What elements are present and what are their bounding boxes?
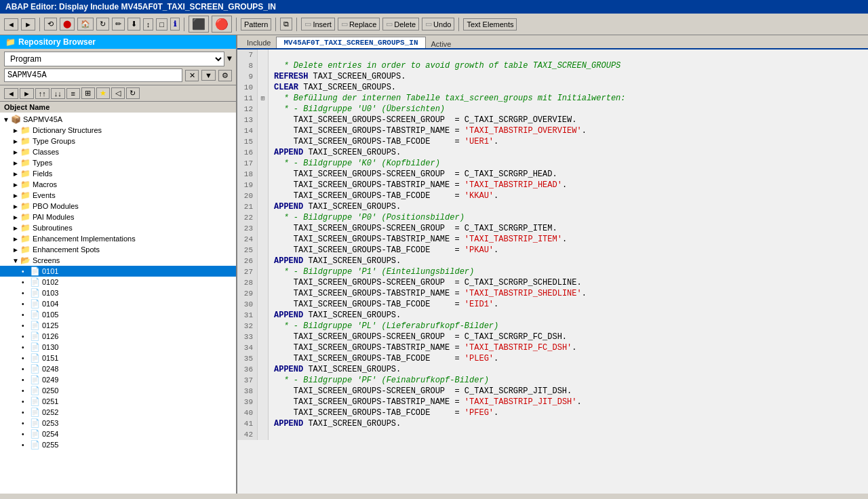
tree-expand-subroutines[interactable]: ► — [12, 224, 20, 232]
tree-item-screens[interactable]: ▼📂Screens — [0, 255, 236, 266]
code-line-24[interactable]: 24 TAXI_SCREEN_GROUPS-TABSTRIP_NAME = 'T… — [237, 234, 868, 245]
tree-expand-types[interactable]: ► — [12, 159, 20, 167]
tree-item-0254[interactable]: •📄0254 — [0, 428, 236, 439]
expand-col-11[interactable]: ⊞ — [258, 93, 269, 104]
nav-dn-button[interactable]: ↓↓ — [51, 88, 65, 99]
tree-expand-sapmv45a[interactable]: ▼ — [3, 116, 11, 123]
tree-item-0130[interactable]: •📄0130 — [0, 342, 236, 353]
tree-item-0126[interactable]: •📄0126 — [0, 331, 236, 342]
code-line-23[interactable]: 23 TAXI_SCREEN_GROUPS-SCREEN_GROUP = C_T… — [237, 223, 868, 234]
tree-item-events[interactable]: ►📁Events — [0, 190, 236, 201]
program-name-input[interactable] — [4, 68, 182, 82]
tree-item-0102[interactable]: •📄0102 — [0, 277, 236, 287]
tree-expand-0126[interactable]: • — [22, 333, 30, 340]
tree-item-enhancement-spots[interactable]: ►📁Enhancement Spots — [0, 244, 236, 255]
tree-expand-0248[interactable]: • — [22, 365, 30, 373]
tree-item-0125[interactable]: •📄0125 — [0, 320, 236, 331]
tree-item-0255[interactable]: •📄0255 — [0, 439, 236, 450]
code-line-13[interactable]: 13 TAXI_SCREEN_GROUPS-SCREEN_GROUP = C_T… — [237, 115, 868, 125]
code-line-36[interactable]: 36 APPEND TAXI_SCREEN_GROUPS. — [237, 364, 868, 375]
tree-item-dict-structures[interactable]: ►📁Dictionary Structures — [0, 125, 236, 136]
tree-item-pbo-modules[interactable]: ►📁PBO Modules — [0, 201, 236, 212]
tree-item-type-groups[interactable]: ►📁Type Groups — [0, 136, 236, 146]
code-line-26[interactable]: 26 APPEND TAXI_SCREEN_GROUPS. — [237, 256, 868, 266]
nav-btn-8[interactable]: □ — [156, 18, 167, 31]
tree-item-fields[interactable]: ►📁Fields — [0, 168, 236, 179]
tree-expand-0125[interactable]: • — [22, 322, 30, 330]
code-line-11[interactable]: 11⊞ * Befüllung der internen Tabelle tax… — [237, 93, 868, 104]
code-line-7[interactable]: 7 — [237, 49, 868, 60]
code-line-32[interactable]: 32 * - Bildgruppe 'PL' (Lieferabrufkopf-… — [237, 321, 868, 332]
tree-item-0253[interactable]: •📄0253 — [0, 418, 236, 428]
code-line-25[interactable]: 25 TAXI_SCREEN_GROUPS-TAB_FCODE = 'PKAU'… — [237, 245, 868, 256]
nav-btn-3[interactable]: 🏠 — [77, 18, 94, 31]
nav-btn-4[interactable]: ↻ — [96, 18, 109, 31]
tree-expand-pbo-modules[interactable]: ► — [12, 203, 20, 210]
code-line-39[interactable]: 39 TAXI_SCREEN_GROUPS-TABSTRIP_NAME = 'T… — [237, 397, 868, 407]
code-line-35[interactable]: 35 TAXI_SCREEN_GROUPS-TAB_FCODE = 'PLEG'… — [237, 353, 868, 364]
tree-expand-0105[interactable]: • — [22, 311, 30, 319]
tab-file-name[interactable]: MV45AF0T_TAXI_SCREEN_GROUPS_IN — [276, 37, 425, 48]
tree-item-0101[interactable]: •📄0101 — [0, 266, 236, 277]
config-button[interactable]: ⚙ — [218, 70, 232, 81]
code-line-37[interactable]: 37 * - Bildgruppe 'PF' (Feinabrufkopf-Bi… — [237, 375, 868, 386]
tree-item-sapmv45a[interactable]: ▼📦SAPMV45A — [0, 114, 236, 125]
tree-expand-pai-modules[interactable]: ► — [12, 214, 20, 221]
text-elements-button[interactable]: Text Elements — [463, 18, 517, 31]
stop2-button[interactable]: 🔴 — [212, 16, 232, 33]
tree-expand-0130[interactable]: • — [22, 344, 30, 351]
code-line-12[interactable]: 12 * - Bildgruppe 'U0' (Übersichten) — [237, 104, 868, 115]
code-line-14[interactable]: 14 TAXI_SCREEN_GROUPS-TABSTRIP_NAME = 'T… — [237, 125, 868, 136]
tree-item-macros[interactable]: ►📁Macros — [0, 179, 236, 190]
tree-item-0248[interactable]: •📄0248 — [0, 363, 236, 374]
code-area[interactable]: 78 * Delete entries in order to avoid gr… — [237, 49, 868, 494]
replace-button[interactable]: ▭ Replace — [338, 18, 380, 31]
code-line-19[interactable]: 19 TAXI_SCREEN_GROUPS-TABSTRIP_NAME = 'T… — [237, 180, 868, 191]
pattern-button[interactable]: Pattern — [241, 18, 271, 31]
tree-expand-macros[interactable]: ► — [12, 181, 20, 188]
clear-input-button[interactable]: ✕ — [185, 70, 199, 81]
code-line-8[interactable]: 8 * Delete entries in order to avoid gro… — [237, 60, 868, 71]
tree-expand-0252[interactable]: • — [22, 409, 30, 416]
tree-expand-0255[interactable]: • — [22, 441, 30, 449]
tree-expand-enhancement-spots[interactable]: ► — [12, 246, 20, 254]
program-type-select[interactable]: Program — [4, 52, 224, 66]
code-line-22[interactable]: 22 * - Bildgruppe 'P0' (Positionsbilder) — [237, 212, 868, 223]
tree-item-classes[interactable]: ►📁Classes — [0, 146, 236, 157]
tree-item-0251[interactable]: •📄0251 — [0, 396, 236, 407]
tree-expand-dict-structures[interactable]: ► — [12, 127, 20, 134]
tree-expand-type-groups[interactable]: ► — [12, 138, 20, 145]
code-line-31[interactable]: 31 APPEND TAXI_SCREEN_GROUPS. — [237, 310, 868, 321]
tree-expand-0254[interactable]: • — [22, 431, 30, 438]
undo-button[interactable]: ▭ Undo — [422, 18, 454, 31]
code-line-15[interactable]: 15 TAXI_SCREEN_GROUPS-TAB_FCODE = 'UER1'… — [237, 136, 868, 147]
insert-button[interactable]: ▭ Insert — [301, 18, 335, 31]
tree-item-enhancement-impl[interactable]: ►📁Enhancement Implementations — [0, 233, 236, 244]
tree-expand-0249[interactable]: • — [22, 376, 30, 384]
tree-expand-screens[interactable]: ▼ — [12, 257, 20, 264]
nav-prev-button[interactable]: ◁ — [111, 87, 125, 99]
code-line-29[interactable]: 29 TAXI_SCREEN_GROUPS-TABSTRIP_NAME = 'T… — [237, 288, 868, 299]
tree-item-types[interactable]: ►📁Types — [0, 157, 236, 168]
tree-item-0252[interactable]: •📄0252 — [0, 407, 236, 418]
back-button[interactable]: ◄ — [4, 18, 18, 31]
tree-container[interactable]: ▼📦SAPMV45A►📁Dictionary Structures►📁Type … — [0, 113, 236, 494]
nav-back-button[interactable]: ◄ — [4, 88, 18, 99]
nav-btn-5[interactable]: ✏ — [112, 18, 125, 31]
code-line-41[interactable]: 41 APPEND TAXI_SCREEN_GROUPS. — [237, 418, 868, 429]
nav-btn-2[interactable]: ⬤ — [60, 18, 75, 31]
code-line-33[interactable]: 33 TAXI_SCREEN_GROUPS-SCREEN_GROUP = C_T… — [237, 332, 868, 342]
tree-item-0151[interactable]: •📄0151 — [0, 353, 236, 363]
tree-expand-0102[interactable]: • — [22, 279, 30, 286]
code-line-27[interactable]: 27 * - Bildgruppe 'P1' (Einteilungsbilde… — [237, 266, 868, 277]
code-line-34[interactable]: 34 TAXI_SCREEN_GROUPS-TABSTRIP_NAME = 'T… — [237, 342, 868, 353]
code-line-21[interactable]: 21 APPEND TAXI_SCREEN_GROUPS. — [237, 201, 868, 212]
code-line-42[interactable]: 42 — [237, 429, 868, 440]
nav-split-button[interactable]: ⊞ — [81, 87, 95, 99]
nav-obj-button[interactable]: ≡ — [66, 88, 80, 99]
nav-btn-1[interactable]: ⟲ — [44, 18, 57, 31]
forward-button[interactable]: ► — [21, 18, 35, 31]
code-line-16[interactable]: 16 APPEND TAXI_SCREEN_GROUPS. — [237, 147, 868, 158]
tree-expand-0251[interactable]: • — [22, 398, 30, 405]
nav-star-button[interactable]: ★ — [96, 87, 110, 99]
